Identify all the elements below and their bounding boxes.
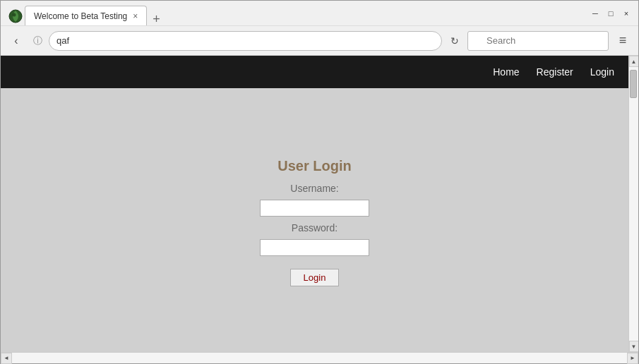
maximize-button[interactable]: □ bbox=[604, 7, 617, 20]
scroll-thumb-y[interactable] bbox=[630, 70, 637, 98]
site-main: User Login Username: Password: Login bbox=[1, 88, 628, 352]
browser-viewport: Home Register Login User Login Username:… bbox=[1, 56, 638, 352]
site-nav: Home Register Login bbox=[1, 56, 628, 88]
close-button[interactable]: × bbox=[620, 7, 633, 20]
login-title: User Login bbox=[277, 158, 351, 174]
refresh-button[interactable]: ↻ bbox=[446, 32, 463, 49]
browser-logo[interactable] bbox=[6, 7, 25, 25]
scroll-track-y[interactable] bbox=[629, 67, 638, 341]
password-label: Password: bbox=[292, 222, 338, 233]
password-input[interactable] bbox=[260, 239, 369, 256]
tab-area: Welcome to Beta Testing × + bbox=[6, 1, 589, 25]
register-link[interactable]: Register bbox=[537, 66, 573, 78]
tab-title: Welcome to Beta Testing bbox=[34, 11, 127, 21]
horizontal-scrollbar: ◄ ► bbox=[1, 352, 638, 363]
window-controls: ─ □ × bbox=[589, 7, 633, 20]
login-button[interactable]: Login bbox=[290, 269, 340, 286]
search-wrapper: 🔍 bbox=[467, 31, 609, 51]
search-input[interactable] bbox=[467, 31, 609, 51]
nav-bar: ‹ ⓘ ↻ 🔍 ≡ bbox=[1, 26, 638, 56]
scroll-down-button[interactable]: ▼ bbox=[629, 341, 639, 352]
active-tab[interactable]: Welcome to Beta Testing × bbox=[25, 6, 147, 25]
username-label: Username: bbox=[290, 183, 338, 194]
scroll-left-button[interactable]: ◄ bbox=[1, 353, 12, 364]
address-bar[interactable] bbox=[49, 31, 442, 51]
vertical-scrollbar: ▲ ▼ bbox=[628, 56, 638, 352]
new-tab-button[interactable]: + bbox=[150, 13, 163, 25]
login-box: User Login Username: Password: Login bbox=[260, 158, 369, 286]
svg-point-1 bbox=[13, 13, 16, 17]
minimize-button[interactable]: ─ bbox=[589, 7, 602, 20]
tab-close-button[interactable]: × bbox=[133, 12, 138, 20]
browser-window: Welcome to Beta Testing × + ─ □ × ‹ ⓘ ↻ … bbox=[0, 0, 639, 364]
title-bar: Welcome to Beta Testing × + ─ □ × bbox=[1, 1, 638, 26]
scroll-up-button[interactable]: ▲ bbox=[629, 56, 639, 67]
menu-button[interactable]: ≡ bbox=[613, 31, 633, 51]
scroll-track-x[interactable] bbox=[12, 353, 627, 363]
info-icon[interactable]: ⓘ bbox=[30, 34, 44, 48]
home-link[interactable]: Home bbox=[493, 66, 519, 78]
scroll-right-button[interactable]: ► bbox=[627, 353, 638, 364]
page-content: Home Register Login User Login Username:… bbox=[1, 56, 628, 352]
back-button[interactable]: ‹ bbox=[6, 31, 26, 51]
login-link[interactable]: Login bbox=[590, 66, 614, 78]
username-input[interactable] bbox=[260, 200, 369, 217]
